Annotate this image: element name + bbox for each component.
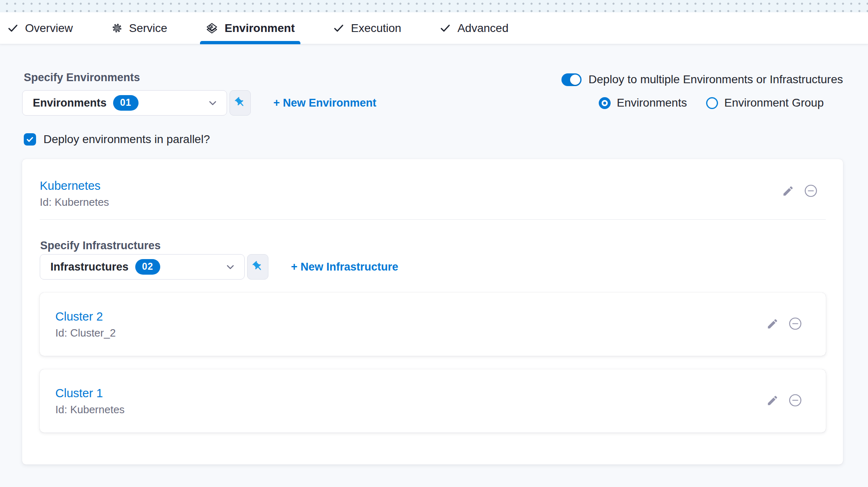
edit-infrastructure-button[interactable]	[766, 394, 779, 408]
radio-unselected-icon	[706, 97, 718, 109]
remove-infrastructure-button[interactable]	[788, 317, 802, 332]
active-tab-underline	[200, 41, 300, 44]
deploy-parallel-label: Deploy environments in parallel?	[43, 133, 210, 146]
check-icon	[440, 23, 451, 34]
environments-count-badge: 01	[113, 95, 139, 111]
infrastructures-dropdown-label: Infrastructures	[50, 261, 129, 273]
deploy-parallel-checkbox[interactable]	[24, 133, 36, 146]
environments-dropdown[interactable]: Environments 01	[22, 90, 227, 116]
specify-infrastructures-label: Specify Infrastructures	[40, 239, 826, 253]
multi-env-toggle[interactable]	[561, 73, 582, 86]
toggle-knob	[570, 75, 580, 85]
check-icon	[333, 23, 344, 34]
tab-service[interactable]: Service	[106, 12, 173, 44]
specify-environments-label: Specify Environments	[24, 71, 376, 84]
infrastructure-name-link[interactable]: Cluster 1	[55, 386, 125, 401]
new-environment-button[interactable]: + New Environment	[273, 97, 376, 109]
pencil-icon	[766, 394, 779, 408]
infrastructure-id: Id: Cluster_2	[55, 326, 116, 339]
radio-environments[interactable]: Environments	[599, 96, 687, 109]
chevron-down-icon	[225, 261, 236, 273]
infrastructure-info: Cluster 1 Id: Kubernetes	[55, 386, 125, 416]
multi-env-toggle-label: Deploy to multiple Environments or Infra…	[589, 73, 843, 86]
new-infrastructure-button[interactable]: + New Infrastructure	[291, 261, 398, 273]
card-divider	[40, 219, 826, 220]
pin-environments-button[interactable]	[229, 90, 251, 116]
minus-circle-icon	[788, 394, 802, 408]
remove-environment-button[interactable]	[804, 184, 818, 199]
minus-circle-icon	[788, 317, 802, 332]
infrastructure-card: Cluster 2 Id: Cluster_2	[40, 293, 826, 356]
infrastructure-id: Id: Kubernetes	[55, 403, 125, 416]
tab-label: Environment	[225, 22, 295, 35]
tab-execution[interactable]: Execution	[327, 12, 407, 44]
tab-label: Overview	[25, 22, 73, 35]
pipeline-canvas-dotted-strip	[0, 0, 868, 12]
check-icon	[7, 23, 18, 34]
radio-environment-group[interactable]: Environment Group	[706, 96, 824, 109]
tab-label: Advanced	[457, 22, 509, 35]
edit-environment-button[interactable]	[782, 185, 794, 198]
tab-label: Execution	[351, 22, 401, 35]
environments-dropdown-group: Environments 01	[22, 90, 251, 116]
tab-label: Service	[129, 22, 167, 35]
deploy-parallel-row: Deploy environments in parallel?	[24, 133, 843, 146]
infrastructure-name-link[interactable]: Cluster 2	[55, 309, 116, 324]
infrastructures-count-badge: 02	[135, 259, 161, 275]
pencil-icon	[766, 318, 779, 331]
specify-environments-block: Specify Environments Environments 01	[22, 71, 376, 116]
pushpin-icon	[234, 96, 246, 110]
infrastructures-dropdown[interactable]: Infrastructures 02	[40, 254, 245, 280]
remove-infrastructure-button[interactable]	[788, 394, 802, 408]
environment-tab-content: Specify Environments Environments 01	[0, 44, 868, 464]
environments-dropdown-label: Environments	[33, 97, 107, 109]
infrastructure-card: Cluster 1 Id: Kubernetes	[40, 369, 826, 432]
minus-circle-icon	[804, 184, 818, 199]
edit-infrastructure-button[interactable]	[766, 318, 779, 331]
environment-name-link[interactable]: Kubernetes	[40, 178, 109, 193]
tab-environment[interactable]: Environment	[200, 12, 300, 44]
tab-advanced[interactable]: Advanced	[434, 12, 514, 44]
radio-environment-group-label: Environment Group	[724, 96, 824, 109]
environment-info: Kubernetes Id: Kubernetes	[40, 178, 109, 209]
stage-tabbar: Overview Service Environment Execution	[0, 12, 868, 44]
environment-id: Id: Kubernetes	[40, 196, 109, 209]
gear-icon	[111, 23, 123, 34]
pencil-icon	[782, 185, 794, 198]
radio-selected-icon	[599, 97, 611, 109]
environment-card: Kubernetes Id: Kubernetes Specify Infras…	[22, 159, 843, 464]
deploy-mode-block: Deploy to multiple Environments or Infra…	[561, 73, 843, 109]
pin-infrastructures-button[interactable]	[247, 254, 268, 280]
pushpin-icon	[252, 260, 264, 274]
chevron-down-icon	[207, 97, 218, 109]
tab-overview[interactable]: Overview	[2, 12, 79, 44]
radio-environments-label: Environments	[617, 96, 687, 109]
infrastructures-dropdown-group: Infrastructures 02	[40, 254, 268, 280]
infrastructure-info: Cluster 2 Id: Cluster_2	[55, 309, 116, 339]
environment-layers-icon	[206, 22, 218, 34]
